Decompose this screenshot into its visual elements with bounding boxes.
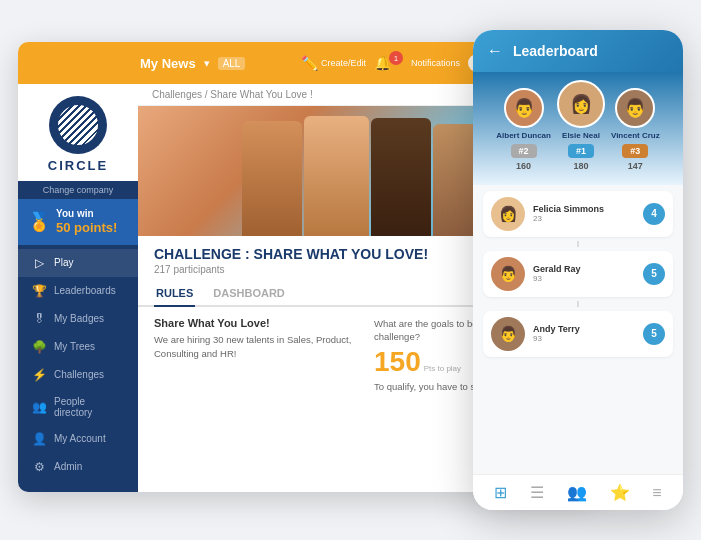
- footer-star-icon[interactable]: ⭐: [610, 483, 630, 502]
- lb-rank-felicia: 4: [643, 203, 665, 225]
- avatar-felicia: 👩: [491, 197, 525, 231]
- lb-score-andy: 93: [533, 334, 635, 343]
- rules-left: Share What You Love! We are hiring 30 ne…: [154, 317, 362, 482]
- logo-circle: [49, 96, 107, 154]
- lb-info-andy: Andy Terry 93: [533, 324, 635, 344]
- sidebar-item-leaderboards[interactable]: 🏆 Leaderboards: [18, 277, 138, 305]
- avatar-albert: 👨: [504, 88, 544, 128]
- logo-lines-graphic: [56, 103, 100, 147]
- person-2: [304, 116, 369, 236]
- points-icon: 🏅: [28, 211, 50, 233]
- connector-2: [483, 301, 673, 307]
- lb-name-felicia: Felicia Simmons: [533, 204, 635, 215]
- connector-line-2: [577, 301, 579, 307]
- sidebar-item-label-leaderboards: Leaderboards: [54, 285, 116, 296]
- lb-row-andy: 👨 Andy Terry 93 5: [483, 311, 673, 357]
- top3-name-elsie: Elsie Neal: [562, 131, 600, 141]
- footer-people-icon[interactable]: 👥: [567, 483, 587, 502]
- sidebar: CIRCLE Change company 🏅 You win 50 point…: [18, 84, 138, 492]
- avatar-andy: 👨: [491, 317, 525, 351]
- mobile-footer: ⊞ ☰ 👥 ⭐ ≡: [473, 474, 683, 510]
- sidebar-item-label-trees: My Trees: [54, 341, 95, 352]
- lb-row-gerald: 👨 Gerald Ray 93 5: [483, 251, 673, 297]
- lb-score-gerald: 93: [533, 274, 635, 283]
- tab-dashboard[interactable]: DASHBOARD: [211, 281, 287, 307]
- sidebar-item-trees[interactable]: 🌳 My Trees: [18, 333, 138, 361]
- my-news-label: My News: [140, 56, 196, 71]
- edit-icon: ✏️: [301, 55, 318, 71]
- rules-body: We are hiring 30 new talents in Sales, P…: [154, 333, 362, 362]
- lb-rank-andy: 5: [643, 323, 665, 345]
- sidebar-nav: ▷ Play 🏆 Leaderboards 🎖 My Badges 🌳 My T…: [18, 245, 138, 492]
- create-edit-icon[interactable]: ✏️ Create/Edit: [301, 55, 366, 71]
- admin-icon: ⚙: [32, 460, 46, 474]
- points-unit: Pts to play: [424, 364, 461, 373]
- sidebar-item-badges[interactable]: 🎖 My Badges: [18, 305, 138, 333]
- top3-badge-1: #1: [568, 144, 594, 158]
- lb-row-4: 👩 Felicia Simmons 23 4: [483, 191, 673, 237]
- notifications-icon[interactable]: 🔔1: [374, 55, 403, 71]
- lb-name-andy: Andy Terry: [533, 324, 635, 335]
- sidebar-item-label-people: People directory: [54, 396, 124, 418]
- person-1: [242, 121, 302, 236]
- my-news-dropdown-icon[interactable]: ▾: [204, 57, 210, 70]
- logo-text: CIRCLE: [48, 158, 108, 173]
- leaderboard-title: Leaderboard: [513, 43, 598, 59]
- footer-grid-icon[interactable]: ⊞: [494, 483, 507, 502]
- badges-icon: 🎖: [32, 312, 46, 326]
- people-icon: 👥: [32, 400, 46, 414]
- account-icon: 👤: [32, 432, 46, 446]
- person-3: [371, 118, 431, 236]
- sidebar-item-label-account: My Account: [54, 433, 106, 444]
- connector-1: [483, 241, 673, 247]
- top3-name-vincent: Vincent Cruz: [611, 131, 660, 141]
- top3-badge-3: #3: [622, 144, 648, 158]
- leaderboards-icon: 🏆: [32, 284, 46, 298]
- points-text: You win 50 points!: [56, 207, 117, 237]
- sidebar-item-play[interactable]: ▷ Play: [18, 249, 138, 277]
- notifications-count: 1: [389, 51, 403, 65]
- sidebar-logo: CIRCLE: [18, 84, 138, 181]
- points-message: You win: [56, 207, 117, 220]
- notifications-label: Notifications: [411, 58, 460, 68]
- challenges-icon: ⚡: [32, 368, 46, 382]
- lb-rank-gerald: 5: [643, 263, 665, 285]
- avatar-elsie: 👩: [557, 80, 605, 128]
- sidebar-item-label-badges: My Badges: [54, 313, 104, 324]
- top3-item-rank1: 👩 Elsie Neal #1 180: [557, 80, 605, 171]
- connector-line-1: [577, 241, 579, 247]
- create-label: Create/Edit: [321, 58, 366, 68]
- top3-score-elsie: 180: [573, 161, 588, 171]
- sidebar-item-challenges[interactable]: ⚡ Challenges: [18, 361, 138, 389]
- back-button[interactable]: ←: [487, 42, 503, 60]
- sidebar-item-label-play: Play: [54, 257, 73, 268]
- top3-name-albert: Albert Duncan: [496, 131, 551, 141]
- top3-item-rank3: 👨 Vincent Cruz #3 147: [611, 88, 660, 171]
- lb-info-gerald: Gerald Ray 93: [533, 264, 635, 284]
- footer-menu-icon[interactable]: ≡: [652, 484, 661, 502]
- avatar-gerald: 👨: [491, 257, 525, 291]
- sidebar-item-label-admin: Admin: [54, 461, 82, 472]
- avatar-vincent: 👨: [615, 88, 655, 128]
- sidebar-item-admin[interactable]: ⚙ Admin: [18, 453, 138, 481]
- lb-score-felicia: 23: [533, 214, 635, 223]
- sidebar-item-people[interactable]: 👥 People directory: [18, 389, 138, 425]
- leaderboard-top3: 👨 Albert Duncan #2 160 👩 Elsie Neal #1 1…: [473, 72, 683, 185]
- top3-item-rank2: 👨 Albert Duncan #2 160: [496, 88, 551, 171]
- tab-rules[interactable]: RULES: [154, 281, 195, 307]
- points-value: 50 points!: [56, 220, 117, 235]
- sidebar-item-label-challenges: Challenges: [54, 369, 104, 380]
- lb-name-gerald: Gerald Ray: [533, 264, 635, 275]
- points-big-value: 150: [374, 348, 421, 376]
- top3-badge-2: #2: [511, 144, 537, 158]
- all-badge[interactable]: ALL: [218, 57, 246, 70]
- play-icon: ▷: [32, 256, 46, 270]
- rules-title: Share What You Love!: [154, 317, 362, 329]
- mobile-panel: ← Leaderboard 👨 Albert Duncan #2 160 👩 E…: [473, 30, 683, 510]
- sidebar-item-account[interactable]: 👤 My Account: [18, 425, 138, 453]
- change-company-button[interactable]: Change company: [18, 181, 138, 199]
- points-banner: 🏅 You win 50 points!: [18, 199, 138, 245]
- footer-list-icon[interactable]: ☰: [530, 483, 544, 502]
- trees-icon: 🌳: [32, 340, 46, 354]
- top3-score-albert: 160: [516, 161, 531, 171]
